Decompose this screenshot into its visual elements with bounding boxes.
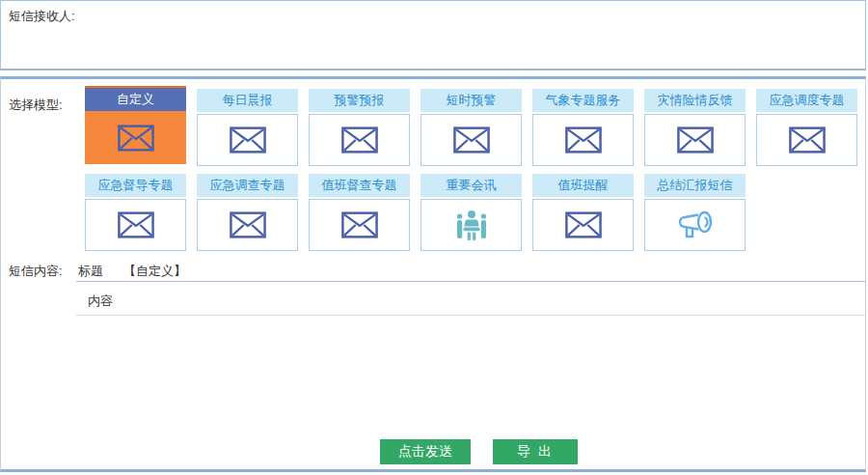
template-title: 应急调查专题: [197, 174, 298, 197]
template-row-2: 应急督导专题 应急调查专题 值班督查专题: [85, 174, 857, 251]
template-card-body: [420, 199, 522, 251]
template-card-body: [644, 199, 746, 251]
title-value[interactable]: 【自定义】: [123, 263, 186, 280]
template-title: 应急调度专题: [756, 89, 857, 112]
template-card[interactable]: 气象专题服务: [532, 89, 634, 166]
title-label: 标题: [78, 263, 103, 280]
template-title: 值班提醒: [532, 174, 634, 197]
template-card[interactable]: 自定义: [85, 86, 186, 164]
envelope-icon: [118, 125, 154, 152]
main-panel: 选择模型: 自定义 每日晨报 预警预报: [0, 76, 866, 472]
envelope-icon: [453, 126, 490, 154]
envelope-icon: [789, 126, 826, 154]
template-card[interactable]: 应急调查专题: [197, 174, 298, 251]
template-card-body: [85, 199, 186, 251]
megaphone-icon: [674, 207, 717, 243]
template-title: 预警预报: [309, 89, 410, 112]
envelope-icon: [677, 126, 714, 154]
title-input-underline: [76, 281, 865, 282]
template-title: 应急督导专题: [85, 174, 186, 197]
template-card-body: [644, 114, 746, 166]
template-card[interactable]: 值班提醒: [532, 174, 634, 251]
meeting-icon: [452, 208, 491, 243]
template-title: 重要会讯: [420, 174, 522, 197]
template-card-body: [197, 199, 298, 251]
template-card[interactable]: 预警预报: [309, 89, 410, 166]
template-title: 值班督查专题: [309, 174, 410, 197]
recipients-label: 短信接收人:: [9, 8, 75, 25]
envelope-icon: [230, 126, 266, 154]
content-input-underline: [76, 315, 865, 316]
template-card[interactable]: 每日晨报: [197, 89, 298, 166]
model-section-label: 选择模型:: [9, 97, 63, 114]
envelope-icon: [565, 211, 602, 238]
template-title: 气象专题服务: [532, 89, 634, 112]
content-label: 内容: [88, 293, 113, 310]
recipients-input-area[interactable]: 短信接收人:: [0, 0, 866, 70]
template-card[interactable]: 灾情险情反馈: [644, 89, 746, 166]
sms-compose-page: 短信接收人: 选择模型: 自定义 每日晨报 预警预: [0, 0, 868, 475]
content-section-label: 短信内容:: [9, 263, 63, 280]
template-card-body: [197, 114, 298, 166]
template-card-body: [309, 114, 410, 166]
envelope-icon: [118, 211, 154, 238]
template-card-body: [309, 199, 410, 251]
template-card-body: [532, 199, 634, 251]
template-card-body: [85, 111, 186, 164]
template-card[interactable]: 短时预警: [420, 89, 522, 166]
template-card[interactable]: 总结汇报短信: [644, 174, 746, 251]
send-button[interactable]: 点击发送: [380, 439, 471, 464]
template-card-body: [420, 114, 522, 166]
envelope-icon: [230, 211, 266, 238]
template-card[interactable]: 重要会讯: [420, 174, 522, 251]
template-title: 总结汇报短信: [644, 174, 746, 197]
template-card[interactable]: 应急督导专题: [85, 174, 186, 251]
template-row-1: 自定义 每日晨报 预警预报: [85, 89, 857, 166]
export-button[interactable]: 导 出: [493, 439, 578, 464]
envelope-icon: [565, 126, 602, 154]
template-title: 自定义: [85, 88, 186, 111]
template-title: 灾情险情反馈: [644, 89, 746, 112]
envelope-icon: [341, 126, 378, 154]
template-grid: 自定义 每日晨报 预警预报: [85, 89, 857, 259]
template-card[interactable]: 值班督查专题: [309, 174, 410, 251]
template-title: 短时预警: [420, 89, 522, 112]
template-card[interactable]: 应急调度专题: [756, 89, 857, 166]
envelope-icon: [341, 211, 378, 238]
template-title: 每日晨报: [197, 89, 298, 112]
template-card-body: [756, 114, 857, 166]
template-card-body: [532, 114, 634, 166]
